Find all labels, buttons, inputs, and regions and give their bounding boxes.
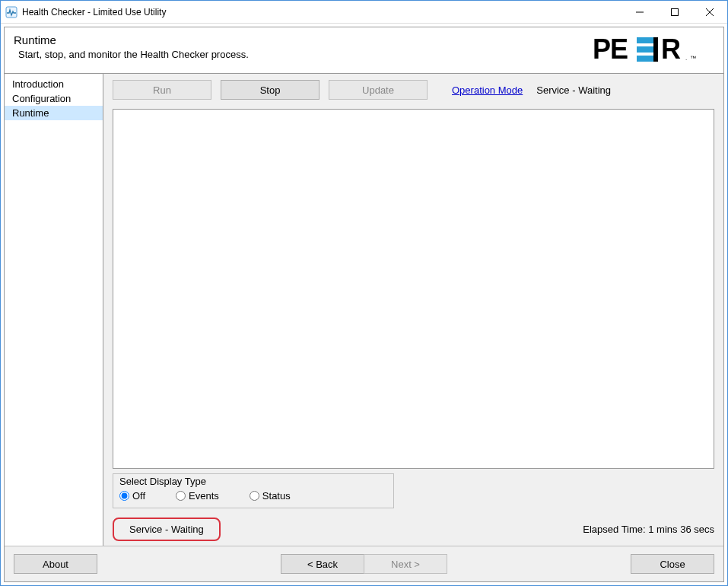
radio-events[interactable]: Events (176, 490, 219, 502)
run-button[interactable]: Run (113, 80, 211, 100)
window-controls (622, 1, 727, 23)
toolbar: Run Stop Update Operation Mode Service -… (103, 74, 723, 104)
sidebar-item-introduction[interactable]: Introduction (5, 77, 103, 91)
titlebar: Health Checker - Limited Use Utility (1, 1, 727, 24)
output-textarea[interactable] (113, 109, 714, 469)
radio-status[interactable]: Status (250, 490, 291, 502)
window-title: Health Checker - Limited Use Utility (22, 7, 622, 18)
update-button[interactable]: Update (329, 80, 428, 100)
radio-off[interactable]: Off (119, 490, 145, 502)
maximize-button[interactable] (657, 1, 692, 23)
body-row: Introduction Configuration Runtime Run S… (5, 74, 723, 546)
svg-rect-9 (653, 37, 658, 62)
nav-buttons: < Back Next > (281, 554, 447, 574)
sidebar-item-configuration[interactable]: Configuration (5, 91, 103, 106)
peer-logo: PE R . ™ (593, 33, 714, 65)
wizard-frame: Runtime Start, stop, and monitor the Hea… (4, 27, 724, 582)
svg-rect-2 (672, 8, 679, 15)
radio-off-label: Off (132, 490, 145, 502)
elapsed-time: Elapsed Time: 1 mins 36 secs (583, 524, 714, 535)
about-button[interactable]: About (14, 554, 97, 574)
bottom-bar: About < Back Next > Close (5, 546, 723, 581)
operation-mode-link[interactable]: Operation Mode (452, 84, 523, 96)
page-subtitle: Start, stop, and monitor the Health Chec… (14, 49, 593, 60)
operation-mode-value: Service - Waiting (536, 84, 611, 96)
app-window: Health Checker - Limited Use Utility Run… (0, 0, 728, 586)
radio-events-label: Events (189, 490, 219, 502)
display-type-label: Select Display Type (119, 476, 387, 487)
svg-text:PE: PE (593, 34, 628, 65)
app-icon (5, 6, 17, 18)
close-wizard-button[interactable]: Close (631, 554, 714, 574)
radio-status-input[interactable] (250, 491, 259, 501)
main-pane: Run Stop Update Operation Mode Service -… (103, 74, 723, 546)
svg-text:R: R (661, 34, 681, 65)
back-button[interactable]: < Back (281, 554, 364, 574)
service-status-highlight: Service - Waiting (113, 518, 221, 541)
header-text: Runtime Start, stop, and monitor the Hea… (14, 33, 593, 60)
svg-text:™: ™ (690, 55, 696, 62)
sidebar: Introduction Configuration Runtime (5, 74, 103, 546)
radio-events-input[interactable] (176, 491, 186, 501)
display-type-options: Off Events Status (119, 490, 387, 502)
page-title: Runtime (14, 33, 593, 46)
svg-text:.: . (685, 55, 687, 62)
sidebar-item-runtime[interactable]: Runtime (5, 106, 103, 120)
stop-button[interactable]: Stop (221, 80, 319, 100)
display-type-group: Select Display Type Off Events Status (113, 473, 394, 508)
radio-status-label: Status (262, 490, 291, 502)
minimize-button[interactable] (622, 1, 657, 23)
radio-off-input[interactable] (119, 491, 129, 501)
next-button[interactable]: Next > (364, 554, 447, 574)
close-button[interactable] (692, 1, 727, 23)
header-section: Runtime Start, stop, and monitor the Hea… (5, 27, 723, 74)
status-strip: Service - Waiting Elapsed Time: 1 mins 3… (103, 513, 723, 546)
